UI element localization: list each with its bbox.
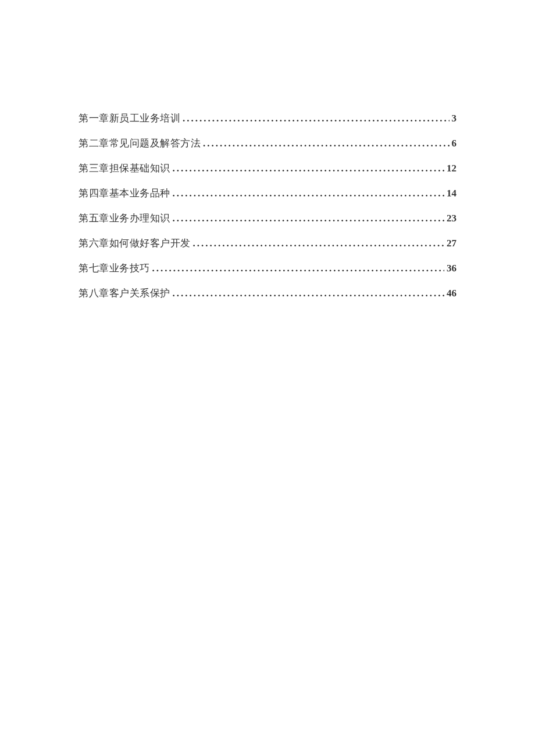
toc-leader-dots [173,213,445,224]
toc-entry-page: 23 [447,213,456,224]
toc-entry: 第五章业务办理知识 23 [79,212,456,225]
toc-entry: 第八章客户关系保护 46 [79,286,456,300]
toc-entry-page: 14 [447,188,456,199]
toc-entry-title: 第三章担保基础知识 [79,162,170,175]
toc-leader-dots [183,113,450,124]
toc-leader-dots [152,263,445,274]
toc-leader-dots [173,163,445,174]
toc-entry: 第四章基本业务品种 14 [79,187,456,200]
toc-entry-title: 第五章业务办理知识 [79,212,170,225]
toc-entry-page: 36 [447,263,456,274]
toc-entry-title: 第七章业务技巧 [79,261,150,275]
toc-entry-title: 第四章基本业务品种 [79,187,170,200]
toc-entry-page: 6 [452,138,457,149]
toc-entry: 第一章新员工业务培训 3 [79,112,456,125]
table-of-contents: 第一章新员工业务培训 3 第二章常见问题及解答方法 6 第三章担保基础知识 12… [79,112,456,300]
toc-entry-page: 12 [447,163,456,174]
toc-entry-page: 3 [452,113,457,124]
toc-entry-title: 第一章新员工业务培训 [79,112,180,125]
toc-leader-dots [173,288,445,299]
toc-entry: 第二章常见问题及解答方法 6 [79,137,456,150]
toc-leader-dots [193,238,445,249]
toc-entry: 第三章担保基础知识 12 [79,162,456,175]
toc-entry-title: 第二章常见问题及解答方法 [79,137,201,150]
toc-entry: 第六章如何做好客户开发 27 [79,237,456,250]
toc-entry-page: 46 [447,288,456,299]
toc-leader-dots [173,188,445,199]
toc-leader-dots [203,138,450,149]
toc-entry-title: 第六章如何做好客户开发 [79,237,191,250]
toc-entry: 第七章业务技巧 36 [79,261,456,275]
toc-entry-title: 第八章客户关系保护 [79,286,170,300]
toc-entry-page: 27 [447,238,456,249]
document-page: 第一章新员工业务培训 3 第二章常见问题及解答方法 6 第三章担保基础知识 12… [0,0,535,300]
